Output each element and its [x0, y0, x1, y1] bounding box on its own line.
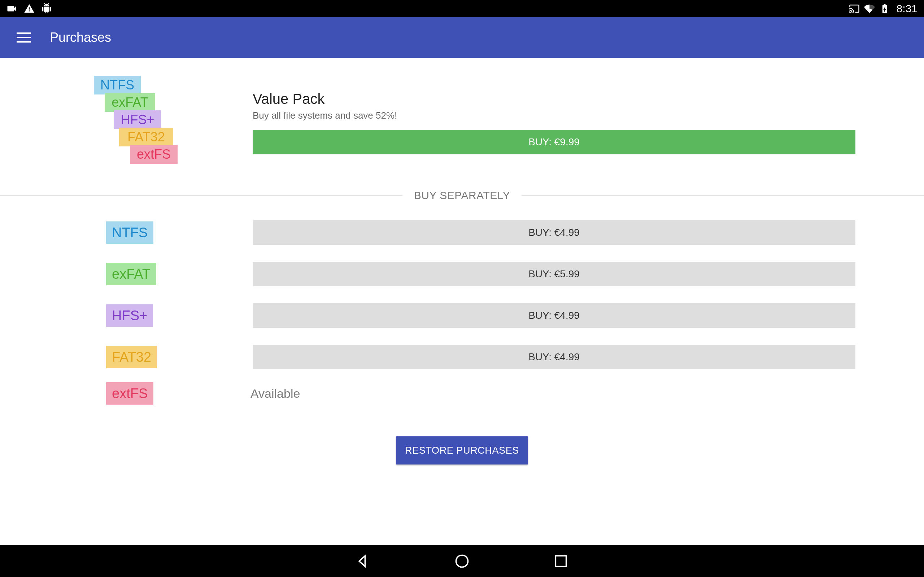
nav-recents-icon[interactable]	[553, 553, 569, 569]
fs-row-ntfs: NTFS BUY: €4.99	[0, 220, 924, 245]
fs-row-exfat: exFAT BUY: €5.99	[0, 261, 924, 287]
fs-row-extfs: extFS Available	[0, 381, 924, 406]
wifi-icon	[864, 3, 875, 14]
app-bar: Purchases	[0, 17, 924, 58]
restore-purchases-button[interactable]: RESTORE PURCHASES	[396, 436, 528, 464]
fs-row-hfs: HFS+ BUY: €4.99	[0, 303, 924, 328]
chip-extfs: extFS	[106, 382, 153, 405]
svg-point-0	[456, 555, 468, 567]
android-debug-icon	[41, 3, 52, 14]
logo-chip-fat32: FAT32	[119, 128, 173, 147]
chip-fat32: FAT32	[106, 346, 157, 368]
logo-chip-ntfs: NTFS	[94, 76, 141, 95]
fs-row-fat32: FAT32 BUY: €4.99	[0, 344, 924, 370]
buy-separately-divider: BUY SEPARATELY	[0, 188, 924, 203]
chip-exfat: exFAT	[106, 263, 156, 285]
buy-fat32-button[interactable]: BUY: €4.99	[253, 345, 855, 369]
menu-icon[interactable]	[16, 30, 32, 45]
chip-ntfs: NTFS	[106, 221, 153, 244]
buy-separately-label: BUY SEPARATELY	[414, 189, 510, 201]
navigation-bar	[0, 545, 924, 577]
cast-icon	[849, 3, 860, 14]
buy-value-pack-button[interactable]: BUY: €9.99	[253, 130, 855, 154]
warning-icon	[24, 3, 35, 14]
logo-chip-exfat: exFAT	[105, 93, 155, 112]
status-bar: 8:31	[0, 0, 924, 17]
logo-chip-hfs: HFS+	[114, 110, 161, 129]
page-title: Purchases	[50, 30, 111, 45]
extfs-available-label: Available	[250, 387, 300, 401]
value-pack-subtitle: Buy all file systems and save 52%!	[253, 110, 397, 121]
buy-exfat-button[interactable]: BUY: €5.99	[253, 262, 855, 286]
logo-chip-extfs: extFS	[130, 145, 178, 164]
chip-hfs: HFS+	[106, 305, 153, 327]
buy-hfs-button[interactable]: BUY: €4.99	[253, 303, 855, 328]
svg-rect-1	[556, 556, 566, 566]
clock-text: 8:31	[897, 3, 918, 15]
nav-home-icon[interactable]	[454, 553, 470, 569]
buy-ntfs-button[interactable]: BUY: €4.99	[253, 220, 855, 245]
status-left	[6, 3, 52, 14]
value-pack-title: Value Pack	[253, 91, 325, 107]
status-right: 8:31	[849, 3, 918, 15]
video-icon	[6, 3, 17, 14]
nav-back-icon[interactable]	[355, 553, 371, 569]
page-body: NTFS exFAT HFS+ FAT32 extFS Value Pack B…	[0, 58, 924, 545]
battery-charging-icon	[879, 3, 890, 14]
